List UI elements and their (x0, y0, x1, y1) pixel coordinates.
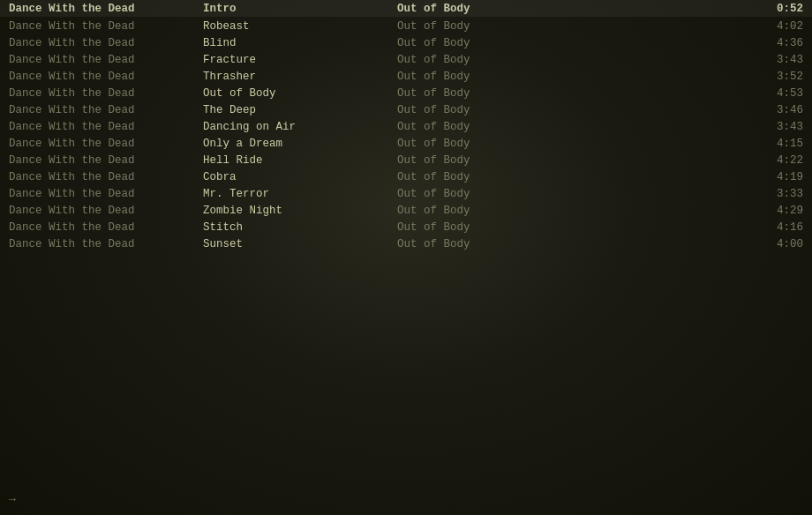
track-album: Out of Body (397, 54, 750, 66)
track-duration: 4:02 (750, 20, 803, 33)
track-title: Stitch (203, 221, 397, 234)
track-duration: 4:15 (750, 138, 803, 150)
header-album: Out of Body (397, 3, 750, 15)
track-duration: 4:29 (750, 205, 803, 217)
track-row[interactable]: Dance With the DeadFractureOut of Body3:… (0, 51, 812, 68)
track-row[interactable]: Dance With the DeadThe DeepOut of Body3:… (0, 101, 812, 118)
track-artist: Dance With the Dead (9, 138, 203, 150)
track-row[interactable]: Dance With the DeadCobraOut of Body4:19 (0, 168, 812, 185)
track-title: Blind (203, 37, 397, 49)
track-row[interactable]: Dance With the DeadDancing on AirOut of … (0, 118, 812, 135)
track-title: Dancing on Air (203, 121, 397, 133)
header-title: Intro (203, 3, 397, 15)
track-artist: Dance With the Dead (9, 104, 203, 116)
track-title: The Deep (203, 104, 397, 116)
track-duration: 4:53 (750, 87, 803, 100)
track-duration: 4:00 (750, 238, 803, 250)
track-duration: 4:36 (750, 37, 803, 49)
track-title: Mr. Terror (203, 188, 397, 200)
track-title: Fracture (203, 54, 397, 66)
track-title: Out of Body (203, 87, 397, 100)
track-row[interactable]: Dance With the DeadStitchOut of Body4:16 (0, 219, 812, 235)
track-album: Out of Body (397, 221, 750, 234)
track-duration: 3:43 (750, 54, 803, 66)
track-duration: 3:46 (750, 104, 803, 116)
track-artist: Dance With the Dead (9, 188, 203, 200)
track-artist: Dance With the Dead (9, 87, 203, 100)
track-duration: 4:22 (750, 154, 803, 167)
track-album: Out of Body (397, 87, 750, 100)
track-album: Out of Body (397, 171, 750, 183)
track-artist: Dance With the Dead (9, 20, 203, 33)
track-title: Hell Ride (203, 154, 397, 167)
track-duration: 3:52 (750, 71, 803, 83)
track-album: Out of Body (397, 238, 750, 250)
track-artist: Dance With the Dead (9, 221, 203, 234)
track-row[interactable]: Dance With the DeadHell RideOut of Body4… (0, 152, 812, 168)
track-artist: Dance With the Dead (9, 205, 203, 217)
track-album: Out of Body (397, 104, 750, 116)
track-duration: 4:16 (750, 221, 803, 234)
track-list: Dance With the Dead Intro Out of Body 0:… (0, 0, 812, 252)
track-row[interactable]: Dance With the DeadZombie NightOut of Bo… (0, 202, 812, 219)
track-title: Sunset (203, 238, 397, 250)
track-title: Thrasher (203, 71, 397, 83)
track-album: Out of Body (397, 205, 750, 217)
track-album: Out of Body (397, 71, 750, 83)
track-artist: Dance With the Dead (9, 37, 203, 49)
track-artist: Dance With the Dead (9, 154, 203, 167)
track-artist: Dance With the Dead (9, 121, 203, 133)
track-title: Zombie Night (203, 205, 397, 217)
track-album: Out of Body (397, 138, 750, 150)
track-duration: 4:19 (750, 171, 803, 183)
track-row[interactable]: Dance With the DeadMr. TerrorOut of Body… (0, 185, 812, 202)
track-row[interactable]: Dance With the DeadThrasherOut of Body3:… (0, 68, 812, 85)
track-duration: 3:43 (750, 121, 803, 133)
header-duration: 0:52 (750, 3, 803, 15)
track-album: Out of Body (397, 37, 750, 49)
track-artist: Dance With the Dead (9, 171, 203, 183)
track-row[interactable]: Dance With the DeadRobeastOut of Body4:0… (0, 18, 812, 34)
track-duration: 3:33 (750, 188, 803, 200)
track-row[interactable]: Dance With the DeadSunsetOut of Body4:00 (0, 235, 812, 252)
track-row[interactable]: Dance With the DeadOut of BodyOut of Bod… (0, 85, 812, 101)
track-album: Out of Body (397, 188, 750, 200)
track-artist: Dance With the Dead (9, 71, 203, 83)
track-title: Robeast (203, 20, 397, 33)
track-row[interactable]: Dance With the DeadOnly a DreamOut of Bo… (0, 135, 812, 152)
track-album: Out of Body (397, 20, 750, 33)
track-title: Only a Dream (203, 138, 397, 150)
track-row[interactable]: Dance With the DeadBlindOut of Body4:36 (0, 34, 812, 51)
track-album: Out of Body (397, 154, 750, 167)
track-album: Out of Body (397, 121, 750, 133)
track-title: Cobra (203, 171, 397, 183)
track-list-header: Dance With the Dead Intro Out of Body 0:… (0, 0, 812, 17)
header-artist: Dance With the Dead (9, 3, 203, 15)
arrow-indicator: → (9, 493, 16, 506)
track-artist: Dance With the Dead (9, 238, 203, 250)
track-artist: Dance With the Dead (9, 54, 203, 66)
